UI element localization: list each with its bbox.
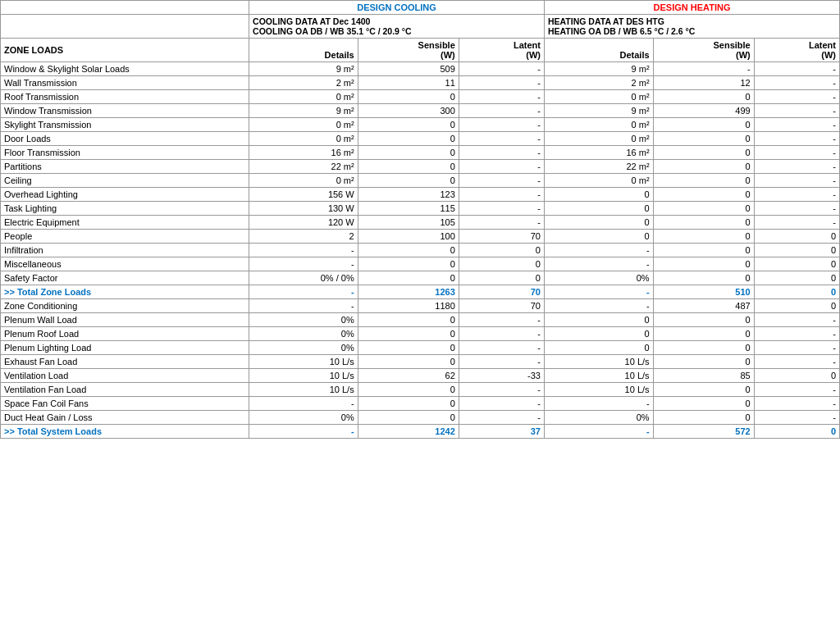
heating-line1: HEATING DATA AT DES HTG (548, 16, 664, 26)
sys-h-sensible: 0 (653, 341, 754, 355)
zone-data-row: Safety Factor 0% / 0% 0 0 0% 0 0 (1, 271, 840, 285)
total-system-body: >> Total System Loads - 1242 37 - 572 0 (1, 425, 840, 439)
sys-row-label: Plenum Lighting Load (1, 341, 249, 355)
row-label: People (1, 230, 249, 244)
system-data-row: Zone Conditioning - 1180 70 - 487 0 (1, 299, 840, 313)
h-latent: - (754, 202, 839, 216)
h-detail: - (544, 244, 653, 257)
sys-c-detail: 10 L/s (249, 369, 358, 383)
c-sensible: 115 (358, 202, 459, 216)
c-detail: 0% / 0% (249, 271, 358, 285)
sys-c-latent: -33 (459, 369, 544, 383)
cooling-line1: COOLING DATA AT Dec 1400 (253, 16, 370, 26)
system-data-row: Plenum Wall Load 0% 0 - 0 0 - (1, 313, 840, 327)
h-detail: 16 m² (544, 146, 653, 160)
sys-h-detail: - (544, 299, 653, 313)
main-table-wrapper: DESIGN COOLING DESIGN HEATING COOLING DA… (0, 0, 840, 439)
system-rows-body: Zone Conditioning - 1180 70 - 487 0 Plen… (1, 299, 840, 425)
sys-h-detail: 10 L/s (544, 369, 653, 383)
c-detail: 2 m² (249, 76, 358, 90)
row-label: Miscellaneous (1, 257, 249, 271)
h-sensible: 0 (653, 146, 754, 160)
row-label: Ceiling (1, 174, 249, 188)
h-detail: 0 m² (544, 174, 653, 188)
h-sensible: 0 (653, 174, 754, 188)
sys-h-sensible: 0 (653, 313, 754, 327)
h-latent: 0 (754, 230, 839, 244)
c-detail: 130 W (249, 202, 358, 216)
total-zone-body: >> Total Zone Loads - 1263 70 - 510 0 (1, 285, 840, 299)
row-label: Partitions (1, 160, 249, 174)
c-latent-header: Latent(W) (459, 39, 544, 62)
sys-h-detail: 0 (544, 313, 653, 327)
c-detail: 120 W (249, 216, 358, 230)
sys-c-detail: 0% (249, 341, 358, 355)
h-detail: 0 m² (544, 90, 653, 104)
system-data-row: Plenum Lighting Load 0% 0 - 0 0 - (1, 341, 840, 355)
empty-header (1, 1, 249, 15)
c-sensible: 0 (358, 271, 459, 285)
h-sensible: 0 (653, 188, 754, 202)
column-header-row: ZONE LOADS Details Sensible(W) Latent(W)… (1, 39, 840, 62)
sys-c-sensible: 0 (358, 397, 459, 411)
sys-row-label: Plenum Wall Load (1, 313, 249, 327)
c-detail: 16 m² (249, 146, 358, 160)
sys-h-sensible: 0 (653, 355, 754, 369)
sys-h-latent: - (754, 313, 839, 327)
h-sensible: 499 (653, 104, 754, 118)
c-latent: - (459, 188, 544, 202)
zone-data-row: Roof Transmission 0 m² 0 - 0 m² 0 - (1, 90, 840, 104)
c-detail: 0 m² (249, 132, 358, 146)
sys-c-latent: - (459, 313, 544, 327)
sys-c-sensible: 0 (358, 355, 459, 369)
h-latent: 0 (754, 271, 839, 285)
c-sensible: 509 (358, 62, 459, 76)
c-sensible: 123 (358, 188, 459, 202)
row-label: Window & Skylight Solar Loads (1, 62, 249, 76)
tz-h-detail: - (544, 285, 653, 299)
h-latent: - (754, 216, 839, 230)
sys-h-latent: - (754, 327, 839, 341)
sys-row-label: Zone Conditioning (1, 299, 249, 313)
zone-data-row: Task Lighting 130 W 115 - 0 0 - (1, 202, 840, 216)
h-sensible-header: Sensible(W) (653, 39, 754, 62)
h-latent: - (754, 76, 839, 90)
h-detail: 0 (544, 202, 653, 216)
sys-h-sensible: 0 (653, 327, 754, 341)
sys-h-detail: - (544, 397, 653, 411)
row-label: Skylight Transmission (1, 118, 249, 132)
total-system-label: >> Total System Loads (1, 425, 249, 439)
sys-h-latent: 0 (754, 369, 839, 383)
h-latent: - (754, 146, 839, 160)
cooling-line2: COOLING OA DB / WB 35.1 °C / 20.9 °C (253, 26, 412, 36)
row-label: Infiltration (1, 244, 249, 257)
h-latent: - (754, 160, 839, 174)
row-label: Safety Factor (1, 271, 249, 285)
h-sensible: 0 (653, 90, 754, 104)
empty-info (1, 15, 249, 39)
zone-data-row: Skylight Transmission 0 m² 0 - 0 m² 0 - (1, 118, 840, 132)
h-sensible: 0 (653, 118, 754, 132)
c-latent: 70 (459, 230, 544, 244)
heating-header: DESIGN HEATING (544, 1, 839, 15)
c-latent: - (459, 76, 544, 90)
zone-data-row: Window Transmission 9 m² 300 - 9 m² 499 … (1, 104, 840, 118)
c-sensible: 0 (358, 118, 459, 132)
c-sensible: 100 (358, 230, 459, 244)
sys-h-latent: - (754, 411, 839, 425)
zone-rows-body: Window & Skylight Solar Loads 9 m² 509 -… (1, 62, 840, 285)
sys-c-sensible: 62 (358, 369, 459, 383)
total-system-row: >> Total System Loads - 1242 37 - 572 0 (1, 425, 840, 439)
row-label: Overhead Lighting (1, 188, 249, 202)
zone-loads-col-header: ZONE LOADS (1, 39, 249, 62)
sys-h-sensible: 0 (653, 397, 754, 411)
h-sensible: - (653, 62, 754, 76)
c-latent: - (459, 132, 544, 146)
h-latent: - (754, 104, 839, 118)
ts-h-detail: - (544, 425, 653, 439)
tz-c-sens: 1263 (358, 285, 459, 299)
c-latent: - (459, 160, 544, 174)
sys-c-latent: - (459, 341, 544, 355)
tz-h-sens: 510 (653, 285, 754, 299)
c-latent: 0 (459, 271, 544, 285)
